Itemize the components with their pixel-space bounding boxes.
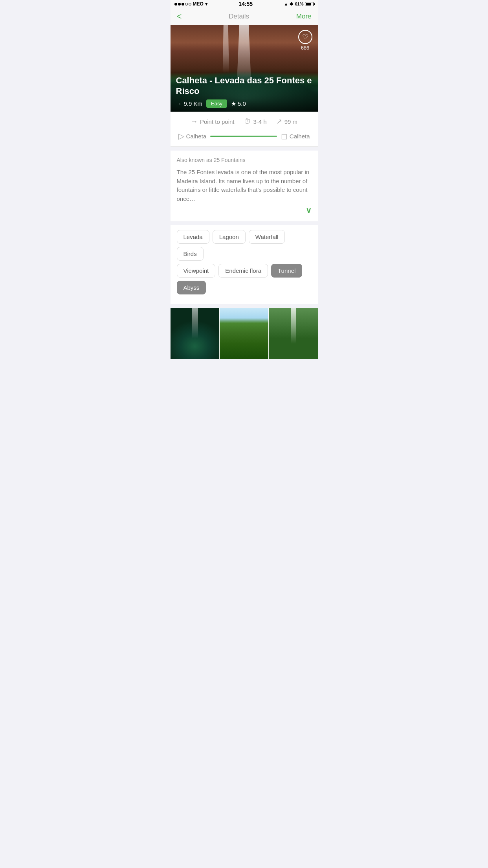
- location-icon: ▲: [284, 2, 288, 6]
- tag-levada[interactable]: Levada: [177, 230, 209, 244]
- battery-indicator: [305, 2, 314, 6]
- battery-fill: [306, 3, 310, 6]
- distance-value: 9.9 Km: [184, 100, 203, 107]
- description-section: Also known as 25 Fountains The 25 Fontes…: [171, 151, 318, 221]
- duration-value: 3-4 h: [253, 118, 267, 125]
- dot3: [182, 3, 184, 6]
- description-text: The 25 Fontes levada is one of the most …: [177, 168, 312, 203]
- tag-lagoon[interactable]: Lagoon: [213, 230, 246, 244]
- signal-dots: [174, 3, 191, 6]
- gallery-image-1: [171, 308, 219, 359]
- gallery-section: [171, 308, 318, 359]
- bluetooth-icon: ✱: [290, 2, 293, 7]
- hero-meta: → 9.9 Km Easy ★ 5.0: [176, 99, 312, 108]
- difficulty-badge: Easy: [206, 99, 227, 108]
- end-point-label: Calheta: [290, 133, 310, 140]
- trail-rating: ★ 5.0: [231, 100, 246, 107]
- star-icon: ★: [231, 100, 236, 107]
- tag-viewpoint[interactable]: Viewpoint: [177, 264, 216, 278]
- gallery-item-2[interactable]: [220, 308, 268, 359]
- hero-image-container: Calheta - Levada das 25 Fontes e Risco →…: [171, 25, 318, 112]
- start-point-label: Calheta: [186, 133, 207, 140]
- status-right: ▲ ✱ 61%: [284, 2, 314, 7]
- dot1: [174, 3, 177, 6]
- elevation-value: 99 m: [284, 118, 297, 125]
- route-elevation: ↗ 99 m: [276, 117, 297, 126]
- status-time: 14:55: [238, 1, 253, 7]
- route-duration: ⏱ 3-4 h: [244, 118, 267, 126]
- wifi-icon: ▾: [205, 1, 207, 7]
- more-button[interactable]: More: [296, 13, 312, 20]
- tags-section: Levada Lagoon Waterfall Birds Viewpoint …: [171, 225, 318, 304]
- favorite-count: 686: [301, 45, 310, 51]
- status-bar: MEO ▾ 14:55 ▲ ✱ 61%: [171, 0, 318, 8]
- tag-tunnel[interactable]: Tunnel: [271, 264, 302, 278]
- tag-endemic-flora[interactable]: Endemic flora: [218, 264, 268, 278]
- elevation-icon: ↗: [276, 117, 282, 126]
- gallery-image-3: [269, 308, 318, 359]
- end-point-icon: ◻: [281, 131, 288, 141]
- dot4: [185, 3, 188, 6]
- trail-title: Calheta - Levada das 25 Fontes e Risco: [176, 75, 312, 96]
- tags-row-1: Levada Lagoon Waterfall Birds: [177, 230, 312, 261]
- nav-title: Details: [229, 13, 249, 20]
- favorite-button[interactable]: ♡ 686: [298, 30, 312, 51]
- rating-value: 5.0: [238, 100, 246, 107]
- dot5: [189, 3, 191, 6]
- also-known-text: Also known as 25 Fountains: [177, 157, 312, 163]
- route-line: ▷ Calheta ◻ Calheta: [177, 131, 312, 141]
- tag-birds[interactable]: Birds: [177, 247, 204, 261]
- gallery-grid: [171, 308, 318, 359]
- clock-icon: ⏱: [244, 118, 251, 126]
- battery-percent: 61%: [295, 2, 303, 6]
- route-info-section: → Point to point ⏱ 3-4 h ↗ 99 m ▷ Calhet…: [171, 112, 318, 147]
- expand-button[interactable]: ∨: [177, 203, 312, 215]
- start-point: ▷ Calheta: [178, 131, 207, 141]
- distance-arrow-icon: →: [176, 100, 182, 107]
- route-connector: [210, 136, 277, 137]
- gallery-item-1[interactable]: [171, 308, 219, 359]
- tag-waterfall[interactable]: Waterfall: [249, 230, 285, 244]
- route-type: → Point to point: [191, 118, 235, 126]
- gallery-item-3[interactable]: [269, 308, 318, 359]
- tags-row-2: Viewpoint Endemic flora Tunnel Abyss: [177, 264, 312, 294]
- trail-distance: → 9.9 Km: [176, 100, 203, 107]
- start-point-icon: ▷: [178, 131, 184, 141]
- end-point: ◻ Calheta: [281, 131, 310, 141]
- gallery-image-2: [220, 308, 268, 359]
- status-left: MEO ▾: [174, 1, 207, 7]
- heart-icon: ♡: [298, 30, 312, 44]
- back-button[interactable]: <: [177, 11, 182, 22]
- route-stats: → Point to point ⏱ 3-4 h ↗ 99 m: [177, 117, 312, 126]
- tag-abyss[interactable]: Abyss: [177, 281, 206, 294]
- carrier-label: MEO: [193, 1, 204, 7]
- chevron-down-icon: ∨: [306, 206, 312, 215]
- route-type-label: Point to point: [200, 118, 235, 125]
- dot2: [178, 3, 181, 6]
- route-type-icon: →: [191, 118, 198, 126]
- nav-bar: < Details More: [171, 8, 318, 25]
- hero-overlay: Calheta - Levada das 25 Fontes e Risco →…: [171, 71, 318, 112]
